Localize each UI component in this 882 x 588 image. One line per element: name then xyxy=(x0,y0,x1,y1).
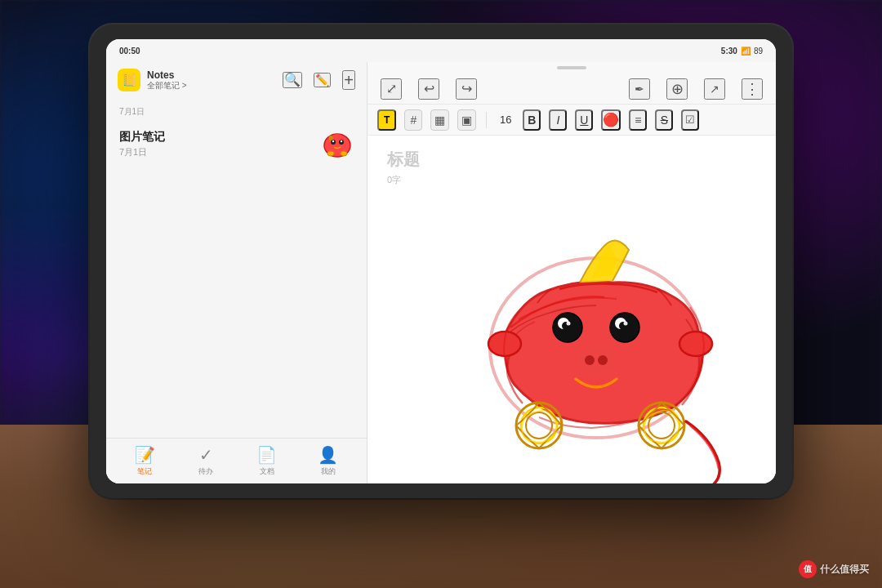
wifi-icon: 📶 xyxy=(741,47,751,56)
bottom-nav: 📝 笔记 ✓ 待办 📄 文档 👤 我的 xyxy=(106,438,367,483)
watermark-text: 什么值得买 xyxy=(820,563,869,577)
docs-nav-label: 文档 xyxy=(260,466,274,477)
section-date: 7月1日 xyxy=(106,103,367,119)
bold-button[interactable]: B xyxy=(523,109,541,131)
color-button[interactable]: 🔴 xyxy=(601,109,621,131)
note-list: 7月1日 图片笔记 7月1日 xyxy=(106,96,367,438)
app-icon: 📒 xyxy=(118,69,140,91)
status-right: 5:30 📶 89 xyxy=(721,47,763,56)
sidebar-title-row: 📒 Notes 全部笔记 > xyxy=(118,69,187,91)
svg-point-6 xyxy=(341,140,342,142)
editor-handle xyxy=(368,62,776,74)
watermark-logo: 值 xyxy=(799,560,817,578)
nav-item-todo[interactable]: ✓ 待办 xyxy=(185,445,226,477)
svg-point-20 xyxy=(598,355,608,365)
redo-button[interactable]: ↪ xyxy=(456,78,477,100)
note-date: 7月1日 xyxy=(119,146,165,158)
status-bar: 00:50 5:30 📶 89 xyxy=(106,39,776,62)
note-item-info: 图片笔记 7月1日 xyxy=(119,130,165,158)
svg-point-17 xyxy=(624,322,628,326)
svg-point-18 xyxy=(576,345,617,375)
sidebar-actions: 🔍 ✏️ + xyxy=(283,70,355,90)
font-size-display[interactable]: 16 xyxy=(497,109,514,131)
profile-nav-icon: 👤 xyxy=(318,445,338,465)
svg-point-23 xyxy=(516,403,562,448)
underline-button[interactable]: U xyxy=(575,109,593,131)
title-placeholder: 标题 xyxy=(387,149,756,171)
thumbnail-svg xyxy=(321,127,354,160)
notes-icon-symbol: 📒 xyxy=(122,73,137,87)
svg-point-16 xyxy=(567,322,571,326)
todo-nav-icon: ✓ xyxy=(199,445,213,465)
nav-item-notes[interactable]: 📝 笔记 xyxy=(124,445,165,477)
app-name: Notes xyxy=(147,69,187,81)
add-note-button[interactable]: + xyxy=(342,70,355,90)
svg-point-8 xyxy=(341,151,347,156)
search-button[interactable]: 🔍 xyxy=(283,72,302,88)
svg-point-25 xyxy=(526,412,552,439)
text-format-button[interactable]: T xyxy=(377,109,396,131)
sidebar: 📒 Notes 全部笔记 > 🔍 ✏️ + 7月 xyxy=(106,62,368,483)
drag-handle[interactable] xyxy=(557,66,586,69)
notes-nav-label: 笔记 xyxy=(137,466,152,477)
todo-nav-label: 待办 xyxy=(198,466,213,477)
drawing-svg xyxy=(416,168,776,483)
svg-point-22 xyxy=(679,332,712,356)
editor-panel: ⤢ ↩ ↪ ✒ ⊕ ↗ ⋮ T # ▦ ▣ xyxy=(368,62,776,483)
pen-button[interactable]: ✏️ xyxy=(314,73,331,87)
watermark: 值 什么值得买 xyxy=(799,560,869,578)
editor-toolbar-format: T # ▦ ▣ 16 B I U 🔴 ≡ S ☑ xyxy=(368,105,776,136)
table-button[interactable]: ▦ xyxy=(430,109,449,131)
sidebar-header: 📒 Notes 全部笔记 > 🔍 ✏️ + xyxy=(106,62,367,96)
note-list-item[interactable]: 图片笔记 7月1日 xyxy=(106,119,367,168)
nav-item-profile[interactable]: 👤 我的 xyxy=(308,445,349,477)
svg-point-5 xyxy=(332,140,334,142)
heading-button[interactable]: # xyxy=(404,109,422,131)
media-button[interactable]: ▣ xyxy=(457,109,476,131)
undo-button[interactable]: ↩ xyxy=(418,78,439,100)
battery-level: 89 xyxy=(754,47,763,56)
svg-point-7 xyxy=(327,151,334,156)
notes-nav-icon: 📝 xyxy=(135,445,155,465)
add-element-button[interactable]: ⊕ xyxy=(666,78,688,100)
editor-toolbar-top: ⤢ ↩ ↪ ✒ ⊕ ↗ ⋮ xyxy=(368,74,776,105)
strikethrough-button[interactable]: S xyxy=(655,109,673,131)
tablet-device: 00:50 5:30 📶 89 📒 Notes xyxy=(90,24,792,498)
sidebar-subtitle[interactable]: 全部笔记 > xyxy=(147,81,187,91)
svg-point-19 xyxy=(585,355,595,365)
share-button[interactable]: ↗ xyxy=(704,78,725,100)
italic-button[interactable]: I xyxy=(549,109,567,131)
drawing-area[interactable] xyxy=(368,185,776,483)
sidebar-title-text: Notes 全部笔记 > xyxy=(147,69,187,91)
align-button[interactable]: ≡ xyxy=(629,109,647,131)
status-right-time: 5:30 xyxy=(721,47,737,56)
docs-nav-icon: 📄 xyxy=(256,445,277,465)
status-time: 00:50 xyxy=(119,47,140,56)
more-button[interactable]: ⋮ xyxy=(742,78,763,100)
note-title: 图片笔记 xyxy=(119,130,165,145)
nav-item-docs[interactable]: 📄 文档 xyxy=(247,445,287,477)
expand-button[interactable]: ⤢ xyxy=(381,78,402,100)
editor-body[interactable]: 标题 0字 xyxy=(368,136,776,483)
profile-nav-label: 我的 xyxy=(321,466,336,477)
pen-tool-button[interactable]: ✒ xyxy=(629,78,650,100)
format-separator-1 xyxy=(486,112,487,128)
app-content: 📒 Notes 全部笔记 > 🔍 ✏️ + 7月 xyxy=(106,62,776,483)
note-thumbnail xyxy=(321,127,354,160)
tablet-screen: 00:50 5:30 📶 89 📒 Notes xyxy=(106,39,776,483)
checklist-button[interactable]: ☑ xyxy=(681,109,699,131)
